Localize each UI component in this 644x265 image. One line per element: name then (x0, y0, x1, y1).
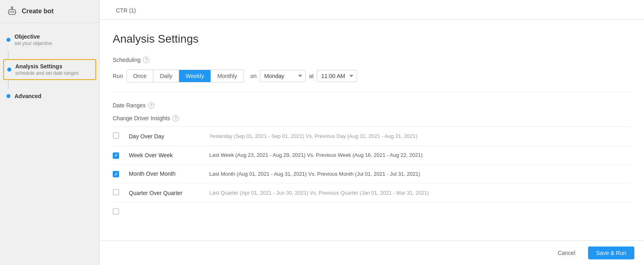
sidebar-item-objective[interactable]: Objective set your objective (0, 29, 99, 50)
sidebar-item-analysis-settings[interactable]: Analysis Settings schedule and set date … (3, 59, 96, 80)
svg-rect-2 (12, 11, 14, 12)
analysis-settings-label: Analysis Settings (15, 63, 92, 70)
svg-rect-0 (9, 10, 15, 14)
date-ranges-help-icon[interactable]: ? (148, 102, 155, 109)
scheduling-section: Scheduling ? (113, 57, 631, 63)
run-label: Run (113, 73, 123, 79)
objective-dot (6, 38, 10, 42)
on-label: on (250, 73, 257, 79)
run-frequency-group: Once Daily Weekly Monthly (126, 70, 244, 82)
insight-table: Day Over Day Yesterday (Sep 01, 2021 - S… (113, 126, 631, 222)
row-desc-quarter-over-quarter: Last Quarter (Apr 01, 2021 - Jun 30, 202… (209, 190, 429, 196)
save-run-button[interactable]: Save & Run (588, 247, 634, 259)
row-label-week-over-week: Week Over Week (129, 152, 173, 158)
table-row: Day Over Day Yesterday (Sep 01, 2021 - S… (113, 127, 631, 146)
objective-label: Objective (14, 33, 93, 40)
row-label-quarter-over-quarter: Quarter Over Quarter (129, 190, 182, 196)
app-title: Create bot (22, 8, 54, 15)
advanced-dot (6, 94, 10, 98)
row-label-day-over-day: Day Over Day (129, 133, 164, 140)
content-area: Analysis Settings Scheduling ? Run Once … (100, 20, 644, 240)
btn-daily[interactable]: Daily (153, 70, 179, 82)
sidebar-item-advanced[interactable]: Advanced (0, 89, 99, 103)
robot-icon (6, 6, 18, 17)
table-row: Quarter Over Quarter Last Quarter (Apr 0… (113, 183, 631, 203)
cancel-button[interactable]: Cancel (550, 247, 584, 259)
table-row: Week Over Week Last Week (Aug 23, 2021 -… (113, 146, 631, 165)
checkbox-day-over-day[interactable] (113, 132, 119, 139)
change-driver-help-icon[interactable]: ? (172, 115, 179, 121)
row-desc-week-over-week: Last Week (Aug 23, 2021 - Aug 29, 2021) … (209, 152, 423, 158)
tab-bar: CTR (1) (100, 0, 644, 20)
objective-sublabel: set your objective (14, 41, 93, 46)
table-row: Month Over Month Last Month (Aug 01, 202… (113, 164, 631, 183)
scheduling-help-icon[interactable]: ? (143, 57, 149, 63)
sidebar-connector-1 (8, 50, 8, 58)
svg-point-4 (11, 7, 13, 8)
checkbox-week-over-week[interactable] (113, 152, 119, 159)
checkbox-partial[interactable] (113, 208, 119, 215)
btn-monthly[interactable]: Monthly (211, 70, 244, 82)
change-driver-section: Change Driver Insights ? (113, 115, 631, 121)
btn-weekly[interactable]: Weekly (179, 70, 211, 82)
tab-ctr[interactable]: CTR (1) (109, 2, 142, 19)
row-label-month-over-month: Month Over Month (129, 171, 175, 177)
time-select[interactable]: 11:00 AM 12:00 PM 1:00 PM (317, 70, 357, 82)
schedule-row: Run Once Daily Weekly Monthly on Monday … (113, 70, 631, 82)
checkbox-month-over-month[interactable] (113, 171, 119, 177)
footer: Cancel Save & Run (100, 240, 644, 265)
advanced-label: Advanced (14, 93, 93, 99)
sidebar-nav: Objective set your objective Analysis Se… (0, 23, 99, 110)
at-label: at (309, 73, 314, 79)
row-desc-day-over-day: Yesterday (Sep 01, 2021 - Sep 01, 2021) … (209, 133, 417, 139)
scheduling-label: Scheduling (113, 57, 140, 63)
day-select[interactable]: Monday Tuesday Wednesday Thursday Friday… (260, 70, 306, 82)
btn-once[interactable]: Once (127, 70, 153, 82)
main-panel: CTR (1) Analysis Settings Scheduling ? R… (100, 0, 644, 265)
sidebar-connector-2 (8, 81, 8, 89)
analysis-settings-dot (7, 68, 11, 72)
analysis-settings-sublabel: schedule and set date ranges (15, 70, 92, 76)
row-desc-month-over-month: Last Month (Aug 01, 2021 - Aug 31, 2021)… (209, 171, 420, 177)
date-ranges-label: Date Ranges (113, 102, 146, 109)
sidebar: Create bot Objective set your objective … (0, 0, 100, 265)
change-driver-label: Change Driver Insights (113, 115, 170, 121)
svg-rect-1 (10, 11, 12, 12)
divider-1 (113, 92, 631, 92)
sidebar-header: Create bot (0, 0, 99, 23)
table-row (113, 203, 631, 222)
checkbox-quarter-over-quarter[interactable] (113, 189, 119, 195)
date-ranges-section: Date Ranges ? (113, 102, 631, 109)
page-title: Analysis Settings (113, 33, 631, 45)
